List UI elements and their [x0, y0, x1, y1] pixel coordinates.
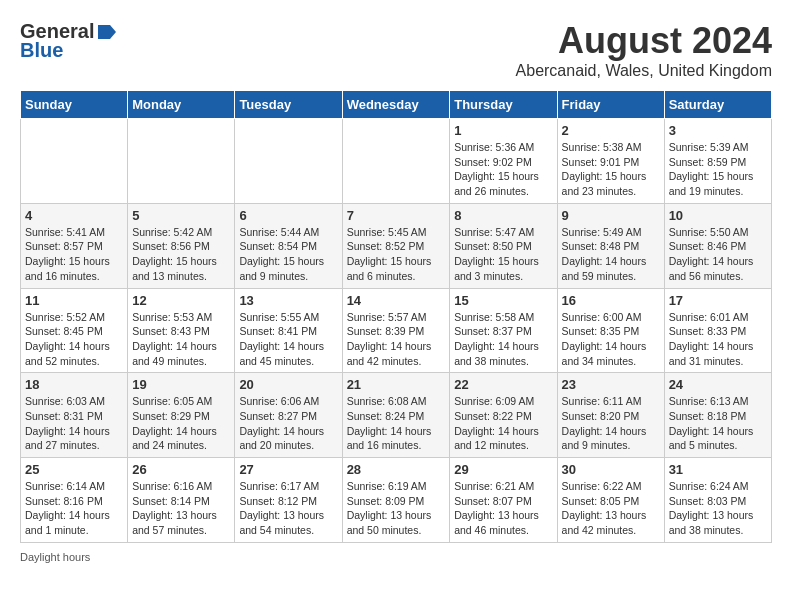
calendar-cell: 25Sunrise: 6:14 AM Sunset: 8:16 PM Dayli… [21, 458, 128, 543]
day-number: 18 [25, 377, 123, 392]
day-number: 16 [562, 293, 660, 308]
location: Abercanaid, Wales, United Kingdom [516, 62, 772, 80]
day-info: Sunrise: 6:13 AM Sunset: 8:18 PM Dayligh… [669, 394, 767, 453]
day-number: 26 [132, 462, 230, 477]
day-info: Sunrise: 5:38 AM Sunset: 9:01 PM Dayligh… [562, 140, 660, 199]
day-number: 12 [132, 293, 230, 308]
day-number: 1 [454, 123, 552, 138]
weekday-header-thursday: Thursday [450, 91, 557, 119]
day-info: Sunrise: 6:03 AM Sunset: 8:31 PM Dayligh… [25, 394, 123, 453]
day-info: Sunrise: 5:58 AM Sunset: 8:37 PM Dayligh… [454, 310, 552, 369]
calendar-cell: 31Sunrise: 6:24 AM Sunset: 8:03 PM Dayli… [664, 458, 771, 543]
calendar-cell: 1Sunrise: 5:36 AM Sunset: 9:02 PM Daylig… [450, 119, 557, 204]
day-info: Sunrise: 6:16 AM Sunset: 8:14 PM Dayligh… [132, 479, 230, 538]
calendar-week-2: 4Sunrise: 5:41 AM Sunset: 8:57 PM Daylig… [21, 203, 772, 288]
day-info: Sunrise: 5:44 AM Sunset: 8:54 PM Dayligh… [239, 225, 337, 284]
logo: General Blue [20, 20, 118, 62]
calendar-cell: 13Sunrise: 5:55 AM Sunset: 8:41 PM Dayli… [235, 288, 342, 373]
footer-note: Daylight hours [20, 551, 772, 563]
calendar-cell: 18Sunrise: 6:03 AM Sunset: 8:31 PM Dayli… [21, 373, 128, 458]
day-info: Sunrise: 6:06 AM Sunset: 8:27 PM Dayligh… [239, 394, 337, 453]
calendar-cell: 26Sunrise: 6:16 AM Sunset: 8:14 PM Dayli… [128, 458, 235, 543]
day-info: Sunrise: 6:22 AM Sunset: 8:05 PM Dayligh… [562, 479, 660, 538]
day-info: Sunrise: 5:47 AM Sunset: 8:50 PM Dayligh… [454, 225, 552, 284]
day-number: 31 [669, 462, 767, 477]
calendar-week-1: 1Sunrise: 5:36 AM Sunset: 9:02 PM Daylig… [21, 119, 772, 204]
day-number: 7 [347, 208, 446, 223]
day-number: 22 [454, 377, 552, 392]
calendar-week-3: 11Sunrise: 5:52 AM Sunset: 8:45 PM Dayli… [21, 288, 772, 373]
calendar-cell: 15Sunrise: 5:58 AM Sunset: 8:37 PM Dayli… [450, 288, 557, 373]
day-info: Sunrise: 5:41 AM Sunset: 8:57 PM Dayligh… [25, 225, 123, 284]
day-number: 23 [562, 377, 660, 392]
title-block: August 2024 Abercanaid, Wales, United Ki… [516, 20, 772, 80]
logo-icon [96, 21, 118, 43]
svg-marker-0 [98, 25, 116, 39]
calendar-cell: 9Sunrise: 5:49 AM Sunset: 8:48 PM Daylig… [557, 203, 664, 288]
day-number: 17 [669, 293, 767, 308]
day-info: Sunrise: 6:14 AM Sunset: 8:16 PM Dayligh… [25, 479, 123, 538]
calendar-cell: 10Sunrise: 5:50 AM Sunset: 8:46 PM Dayli… [664, 203, 771, 288]
month-title: August 2024 [516, 20, 772, 62]
calendar-week-4: 18Sunrise: 6:03 AM Sunset: 8:31 PM Dayli… [21, 373, 772, 458]
calendar-cell: 17Sunrise: 6:01 AM Sunset: 8:33 PM Dayli… [664, 288, 771, 373]
day-info: Sunrise: 6:01 AM Sunset: 8:33 PM Dayligh… [669, 310, 767, 369]
day-info: Sunrise: 5:36 AM Sunset: 9:02 PM Dayligh… [454, 140, 552, 199]
day-number: 13 [239, 293, 337, 308]
day-number: 15 [454, 293, 552, 308]
day-number: 30 [562, 462, 660, 477]
calendar-week-5: 25Sunrise: 6:14 AM Sunset: 8:16 PM Dayli… [21, 458, 772, 543]
weekday-header-sunday: Sunday [21, 91, 128, 119]
day-number: 9 [562, 208, 660, 223]
day-number: 20 [239, 377, 337, 392]
calendar-cell [342, 119, 450, 204]
weekday-header-row: SundayMondayTuesdayWednesdayThursdayFrid… [21, 91, 772, 119]
calendar-cell: 20Sunrise: 6:06 AM Sunset: 8:27 PM Dayli… [235, 373, 342, 458]
day-info: Sunrise: 6:21 AM Sunset: 8:07 PM Dayligh… [454, 479, 552, 538]
weekday-header-saturday: Saturday [664, 91, 771, 119]
calendar-cell: 30Sunrise: 6:22 AM Sunset: 8:05 PM Dayli… [557, 458, 664, 543]
day-info: Sunrise: 5:39 AM Sunset: 8:59 PM Dayligh… [669, 140, 767, 199]
day-info: Sunrise: 5:42 AM Sunset: 8:56 PM Dayligh… [132, 225, 230, 284]
calendar-cell: 21Sunrise: 6:08 AM Sunset: 8:24 PM Dayli… [342, 373, 450, 458]
day-number: 2 [562, 123, 660, 138]
day-number: 21 [347, 377, 446, 392]
day-info: Sunrise: 6:08 AM Sunset: 8:24 PM Dayligh… [347, 394, 446, 453]
day-info: Sunrise: 5:55 AM Sunset: 8:41 PM Dayligh… [239, 310, 337, 369]
day-info: Sunrise: 6:00 AM Sunset: 8:35 PM Dayligh… [562, 310, 660, 369]
calendar-cell: 27Sunrise: 6:17 AM Sunset: 8:12 PM Dayli… [235, 458, 342, 543]
logo-blue-text: Blue [20, 39, 63, 62]
page-header: General Blue August 2024 Abercanaid, Wal… [20, 20, 772, 80]
day-number: 3 [669, 123, 767, 138]
weekday-header-tuesday: Tuesday [235, 91, 342, 119]
day-info: Sunrise: 6:05 AM Sunset: 8:29 PM Dayligh… [132, 394, 230, 453]
calendar-cell: 29Sunrise: 6:21 AM Sunset: 8:07 PM Dayli… [450, 458, 557, 543]
day-number: 4 [25, 208, 123, 223]
day-number: 19 [132, 377, 230, 392]
calendar-cell: 16Sunrise: 6:00 AM Sunset: 8:35 PM Dayli… [557, 288, 664, 373]
calendar-cell: 4Sunrise: 5:41 AM Sunset: 8:57 PM Daylig… [21, 203, 128, 288]
day-info: Sunrise: 5:50 AM Sunset: 8:46 PM Dayligh… [669, 225, 767, 284]
calendar-cell: 7Sunrise: 5:45 AM Sunset: 8:52 PM Daylig… [342, 203, 450, 288]
day-number: 8 [454, 208, 552, 223]
calendar-cell: 12Sunrise: 5:53 AM Sunset: 8:43 PM Dayli… [128, 288, 235, 373]
day-number: 27 [239, 462, 337, 477]
day-number: 29 [454, 462, 552, 477]
day-number: 28 [347, 462, 446, 477]
day-info: Sunrise: 6:19 AM Sunset: 8:09 PM Dayligh… [347, 479, 446, 538]
day-info: Sunrise: 6:11 AM Sunset: 8:20 PM Dayligh… [562, 394, 660, 453]
calendar-cell: 6Sunrise: 5:44 AM Sunset: 8:54 PM Daylig… [235, 203, 342, 288]
day-number: 10 [669, 208, 767, 223]
calendar-cell: 2Sunrise: 5:38 AM Sunset: 9:01 PM Daylig… [557, 119, 664, 204]
day-info: Sunrise: 5:52 AM Sunset: 8:45 PM Dayligh… [25, 310, 123, 369]
weekday-header-friday: Friday [557, 91, 664, 119]
weekday-header-monday: Monday [128, 91, 235, 119]
calendar-cell: 24Sunrise: 6:13 AM Sunset: 8:18 PM Dayli… [664, 373, 771, 458]
day-info: Sunrise: 6:17 AM Sunset: 8:12 PM Dayligh… [239, 479, 337, 538]
day-info: Sunrise: 5:49 AM Sunset: 8:48 PM Dayligh… [562, 225, 660, 284]
calendar-cell [128, 119, 235, 204]
day-number: 24 [669, 377, 767, 392]
day-number: 25 [25, 462, 123, 477]
day-info: Sunrise: 5:53 AM Sunset: 8:43 PM Dayligh… [132, 310, 230, 369]
calendar-table: SundayMondayTuesdayWednesdayThursdayFrid… [20, 90, 772, 543]
